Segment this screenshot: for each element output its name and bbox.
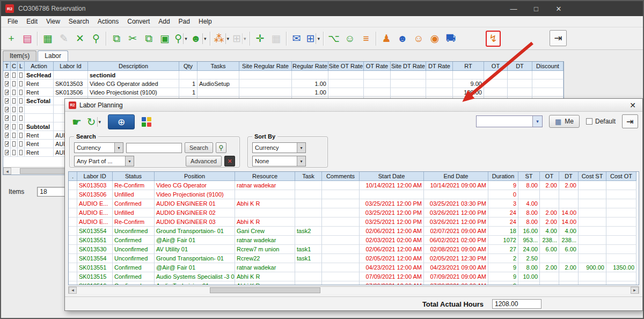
labor-planning-button[interactable]: ↯ — [486, 31, 501, 47]
column-header-labor_id[interactable]: Labor Id — [54, 62, 88, 71]
labor-row[interactable]: SK013503Re-ConfirmVideo CG Operatorratna… — [69, 181, 639, 190]
row-checkbox[interactable] — [5, 81, 9, 86]
row-checkbox[interactable] — [5, 73, 9, 78]
chevron-down-icon[interactable]: ▾ — [242, 33, 246, 44]
truck-button[interactable]: ⛟ — [443, 31, 458, 47]
row-checkbox[interactable] — [5, 98, 9, 104]
search-field-select[interactable]: Currency ▾ — [74, 142, 123, 153]
default-checkbox[interactable]: Default — [586, 118, 616, 125]
column-header-l[interactable]: L — [18, 62, 25, 71]
row-checkbox[interactable] — [5, 150, 9, 155]
row-checkbox[interactable] — [5, 124, 9, 129]
scroll-left-icon[interactable]: ◂ — [69, 287, 77, 294]
advanced-button[interactable]: Advanced — [186, 156, 222, 166]
table-row[interactable]: RentSK013506Video Projectionist (9100)11… — [3, 88, 564, 97]
column-header-site_regular_rate[interactable]: Site Regular Rate — [239, 62, 292, 71]
row-checkbox[interactable] — [19, 133, 23, 138]
labor-row[interactable]: SK013554UnconfirmedGround Transportaion-… — [69, 227, 639, 236]
menu-actions[interactable]: Actions — [93, 17, 123, 26]
chevron-down-icon[interactable]: ▾ — [225, 33, 230, 44]
expand-button[interactable]: ✛ — [253, 31, 268, 47]
legend-button[interactable] — [139, 114, 154, 129]
exit-button[interactable]: ⇥ — [550, 30, 567, 46]
row-checkbox[interactable] — [5, 107, 9, 112]
table-row[interactable]: SecHeadsectionid — [3, 71, 564, 79]
column-header-qty[interactable]: Qty — [179, 62, 197, 71]
labor-row[interactable]: SK013506UnfilledVideo Projectionist (910… — [69, 190, 639, 199]
row-checkbox[interactable] — [12, 115, 16, 121]
search-button[interactable]: ⚲ — [89, 31, 104, 47]
tab-items[interactable]: Item(s) — [3, 50, 36, 61]
exit-button[interactable]: ⇥ — [622, 114, 638, 128]
labor-row[interactable]: SK013551Confirmed@Air@ Fair 01ratnar wad… — [69, 236, 639, 245]
chevron-down-icon[interactable]: ▾ — [114, 143, 123, 153]
row-checkbox[interactable] — [12, 133, 16, 138]
add-to-cart-button[interactable]: ⊕ — [108, 114, 135, 129]
row-checkbox[interactable] — [12, 124, 16, 129]
row-checkbox[interactable] — [12, 150, 16, 155]
labor-row[interactable]: AUDIO E...ConfirmedAUDIO ENGINEER 01Abhi… — [69, 199, 639, 208]
print-button[interactable]: ▤ — [20, 31, 35, 47]
chevron-down-icon[interactable]: ▾ — [125, 156, 134, 166]
components-button[interactable]: ⁂▾ — [213, 31, 231, 47]
cut-button[interactable]: ✂ — [125, 31, 140, 47]
scrollbar-track[interactable] — [77, 287, 631, 294]
labor-column-header-12[interactable]: DT — [559, 172, 579, 181]
person-chat-button[interactable]: ☻ — [395, 31, 410, 47]
row-checkbox[interactable] — [5, 90, 9, 95]
labor-column-header-11[interactable]: OT — [540, 172, 559, 181]
labor-column-header-9[interactable]: Duration — [488, 172, 518, 181]
column-header-rt[interactable]: RT — [453, 62, 484, 71]
view-details-button[interactable]: ⧉ — [109, 31, 124, 47]
document-list-button[interactable]: ≡ — [358, 31, 374, 47]
clear-search-button[interactable]: ✕ — [224, 156, 235, 166]
column-header-tasks[interactable]: Tasks — [197, 62, 239, 71]
labor-column-header-0[interactable]: . — [69, 172, 77, 181]
column-header-t[interactable]: T — [3, 62, 11, 71]
select-hand-button[interactable]: ☛ — [69, 114, 84, 129]
scroll-right-icon[interactable]: ▸ — [631, 287, 639, 294]
chevron-down-icon[interactable]: ▾ — [297, 156, 305, 166]
chevron-down-icon[interactable]: ▾ — [202, 33, 207, 44]
labor-column-header-1[interactable]: Labor ID — [77, 172, 113, 181]
labor-column-header-10[interactable]: ST — [518, 172, 540, 181]
labor-column-header-14[interactable]: Cost OT — [606, 172, 636, 181]
view-combobox[interactable]: ▾ — [476, 115, 543, 127]
labor-column-header-3[interactable]: Position — [155, 172, 235, 181]
row-checkbox[interactable] — [19, 150, 23, 155]
row-checkbox[interactable] — [12, 107, 16, 112]
column-header-ot[interactable]: OT — [484, 62, 508, 71]
labor-column-header-5[interactable]: Task — [295, 172, 322, 181]
column-header-action[interactable]: Action — [25, 62, 54, 71]
menu-add[interactable]: Add — [154, 17, 174, 26]
photo-button[interactable]: ◉ — [427, 31, 442, 47]
row-checkbox[interactable] — [19, 98, 23, 104]
labor-row[interactable]: SK013515ConfirmedAudio Systems Specialis… — [69, 272, 639, 281]
column-header-c[interactable]: C — [11, 62, 18, 71]
menu-pad[interactable]: Pad — [174, 17, 194, 26]
search-match-select[interactable]: Any Part of ... ▾ — [74, 156, 134, 166]
copy-button[interactable]: ⧉ — [141, 31, 156, 47]
refresh-button[interactable]: ↻▾ — [86, 114, 101, 129]
smiley-button[interactable]: ☺ — [342, 31, 357, 47]
comments-button[interactable]: ✉ — [289, 31, 304, 47]
scrollbar-thumb[interactable] — [20, 168, 68, 174]
row-checkbox[interactable] — [19, 81, 23, 86]
new-item-button[interactable]: + — [4, 31, 19, 47]
sort-secondary-select[interactable]: None ▾ — [252, 156, 306, 166]
chevron-down-icon[interactable]: ▾ — [532, 116, 542, 127]
labor-row[interactable]: SK013554UnconfirmedGround Transportaion-… — [69, 254, 639, 263]
table-row[interactable]: RentSK013503Video CG Operator added1Audi… — [3, 79, 564, 88]
close-button[interactable]: ✕ — [547, 1, 570, 16]
labor-row[interactable]: SK013530UnconfirmedAV Utility 01Rcrew7 m… — [69, 245, 639, 254]
chevron-down-icon[interactable]: ▾ — [297, 143, 305, 153]
row-checkbox[interactable] — [19, 73, 23, 78]
minimize-button[interactable]: — — [502, 1, 525, 16]
labor-column-header-4[interactable]: Resource — [235, 172, 295, 181]
labor-row[interactable]: SK013551Confirmed@Air@ Fair 01ratnar wad… — [69, 263, 639, 272]
paste-button[interactable]: ▣ — [157, 31, 172, 47]
column-header-site_ot_rate[interactable]: Site OT Rate — [328, 62, 364, 71]
sort-primary-select[interactable]: Currency ▾ — [252, 142, 306, 153]
labor-column-header-13[interactable]: Cost ST — [579, 172, 606, 181]
scrollbar-thumb[interactable] — [210, 287, 320, 293]
